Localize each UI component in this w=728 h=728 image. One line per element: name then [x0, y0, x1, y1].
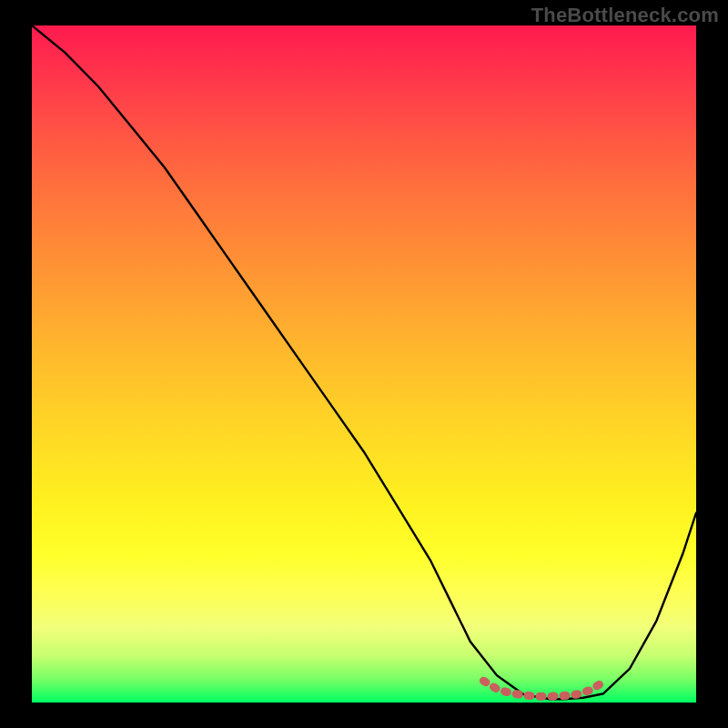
chart-frame: TheBottleneck.com — [0, 0, 728, 728]
bottleneck-curve — [32, 25, 696, 699]
plot-area — [32, 25, 696, 703]
watermark-text: TheBottleneck.com — [531, 4, 719, 27]
optimal-range-marker — [483, 681, 602, 696]
chart-svg — [32, 25, 696, 703]
